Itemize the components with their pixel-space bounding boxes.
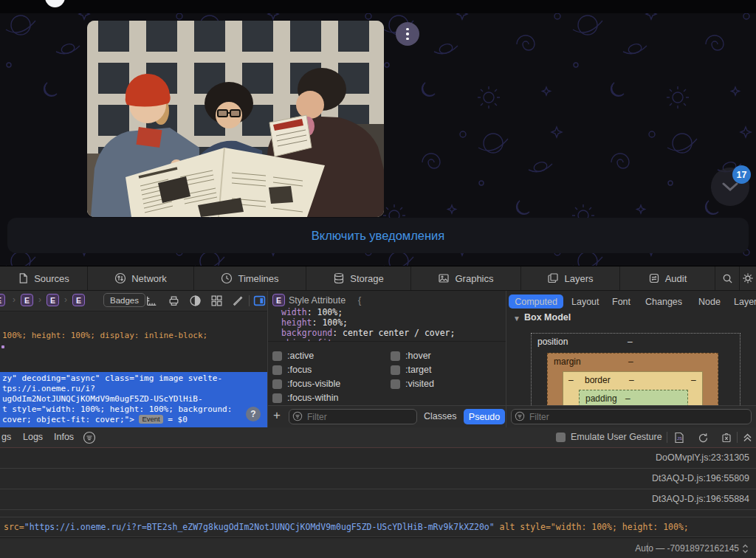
console-area: gs Logs Infos Emulate User Gesture JS Do… bbox=[0, 427, 756, 558]
box-model-margin: margin – – border – – padding – bbox=[547, 353, 718, 405]
js-file-icon[interactable]: JS bbox=[673, 432, 685, 444]
screen: 17 Включить уведомления Sources Network … bbox=[0, 0, 756, 558]
styles-panel-footer: + Classes Pseudo bbox=[268, 405, 506, 427]
browser-top-strip bbox=[0, 0, 756, 13]
element-badge: E bbox=[272, 294, 285, 306]
style-rule-title: Style Attribute bbox=[289, 295, 346, 306]
console-log-row[interactable]: DoOMvplY.js:23:31305 bbox=[0, 448, 756, 469]
breadcrumb-element-badge[interactable]: E bbox=[21, 294, 33, 306]
console-status-bar: Auto — -70918972162145 bbox=[0, 537, 756, 558]
badges-button[interactable]: Badges bbox=[103, 293, 145, 307]
tab-timelines[interactable]: Timelines bbox=[194, 266, 306, 290]
tab-layers2[interactable]: Layers bbox=[734, 294, 756, 309]
dom-tree-panel: 100%; height: 100%; display: inline-bloc… bbox=[0, 311, 267, 427]
pseudo-checkbox-focus-within[interactable] bbox=[272, 393, 282, 403]
breadcrumb-separator: › bbox=[38, 294, 41, 305]
tab-computed[interactable]: Computed bbox=[509, 294, 563, 309]
pseudo-checkbox-active[interactable] bbox=[272, 351, 282, 361]
console-source-link[interactable]: Dt3AQJ-D.js:196:55809 bbox=[652, 473, 749, 483]
chevron-down-icon bbox=[721, 182, 739, 192]
dom-attribute-text: 100%; height: 100%; display: inline-bloc… bbox=[2, 331, 207, 340]
css-property[interactable]: background: center center / cover; bbox=[281, 328, 455, 338]
tab-layers[interactable]: Layers bbox=[521, 266, 620, 290]
enable-notifications-button[interactable]: Включить уведомления bbox=[7, 218, 749, 253]
message-menu-button[interactable] bbox=[396, 22, 419, 46]
console-source-link[interactable]: Dt3AQJ-D.js:196:55884 bbox=[652, 494, 749, 504]
audit-icon bbox=[648, 272, 660, 284]
event-badge[interactable]: Event bbox=[139, 415, 162, 424]
pseudo-checkbox-hover[interactable] bbox=[391, 351, 400, 361]
tab-search[interactable] bbox=[715, 266, 740, 290]
emulate-user-gesture-checkbox[interactable] bbox=[556, 433, 566, 442]
box-model-border: – border – – padding – bbox=[563, 371, 703, 405]
updown-chevron-icon bbox=[742, 544, 749, 554]
styles-panel: E Style Attribute { width: 100%; height:… bbox=[267, 291, 506, 427]
help-icon[interactable]: ? bbox=[246, 407, 261, 421]
refresh-icon[interactable] bbox=[697, 432, 709, 444]
tab-layout[interactable]: Layout bbox=[571, 294, 599, 309]
tab-settings[interactable] bbox=[740, 266, 756, 290]
dom-breadcrumb-toolbar: E › E › E › E Badges bbox=[0, 291, 267, 311]
breadcrumb-element-badge[interactable]: E bbox=[47, 294, 59, 306]
tab-network[interactable]: Network bbox=[88, 266, 194, 290]
console-filter-icon[interactable] bbox=[83, 431, 96, 444]
computed-filter-input[interactable] bbox=[511, 409, 752, 424]
printer-icon[interactable] bbox=[168, 294, 180, 307]
classes-toggle[interactable]: Classes bbox=[424, 411, 456, 421]
svg-text:JS: JS bbox=[677, 436, 682, 441]
toolbar-separator bbox=[737, 432, 738, 443]
disclosure-triangle-icon[interactable]: ▼ bbox=[513, 314, 520, 323]
network-icon bbox=[114, 272, 126, 284]
collapse-console-icon[interactable] bbox=[742, 431, 753, 444]
console-filter-infos[interactable]: Infos bbox=[54, 432, 74, 442]
css-property[interactable]: width: 100%; bbox=[281, 307, 343, 317]
execution-context-selector[interactable]: Auto — -70918972162145 bbox=[635, 543, 749, 554]
grid-icon[interactable] bbox=[210, 294, 223, 307]
pseudo-checkbox-target[interactable] bbox=[391, 365, 400, 375]
paintbrush-icon[interactable] bbox=[231, 294, 244, 307]
console-empty-row bbox=[0, 510, 756, 517]
console-filter-logs[interactable]: Logs bbox=[23, 432, 43, 442]
contrast-icon[interactable] bbox=[189, 294, 202, 307]
web-inspector: Sources Network Timelines Storage Graphi… bbox=[0, 266, 756, 558]
margin-value[interactable]: – bbox=[628, 356, 633, 367]
photo-people-reading-newspaper bbox=[87, 21, 384, 217]
tab-font[interactable]: Font bbox=[612, 294, 630, 309]
breadcrumb-element-badge[interactable]: E bbox=[0, 294, 5, 306]
console-code-row[interactable]: src="https://i.oneme.ru/i?r=BTE2sh_eZW7g… bbox=[0, 517, 756, 537]
tab-audit[interactable]: Audit bbox=[620, 266, 715, 290]
tab-changes[interactable]: Changes bbox=[645, 294, 682, 309]
clock-icon bbox=[221, 272, 233, 284]
console-filter-clipped[interactable]: gs bbox=[1, 432, 11, 442]
console-source-link[interactable]: DoOMvplY.js:23:31305 bbox=[656, 452, 749, 463]
webpage-area: 17 Включить уведомления bbox=[0, 0, 756, 266]
css-property[interactable]: height: 100%; bbox=[281, 317, 348, 328]
tab-node[interactable]: Node bbox=[698, 294, 721, 309]
trash-icon[interactable] bbox=[721, 432, 732, 444]
pseudo-class-section: :active :hover :focus :target :focus-vis… bbox=[268, 341, 506, 405]
tab-storage[interactable]: Storage bbox=[306, 266, 411, 290]
pseudo-checkbox-focus[interactable] bbox=[272, 365, 282, 375]
ruler-icon[interactable] bbox=[145, 294, 158, 307]
padding-value[interactable]: – bbox=[625, 393, 630, 404]
unread-count-badge: 17 bbox=[732, 165, 751, 184]
search-icon bbox=[722, 273, 733, 284]
chat-photo-message[interactable] bbox=[87, 21, 384, 217]
pseudo-toggle[interactable]: Pseudo bbox=[464, 409, 505, 424]
console-log-row[interactable]: Dt3AQJ-D.js:196:55884 bbox=[0, 489, 756, 510]
tab-sources[interactable]: Sources bbox=[0, 266, 88, 290]
breadcrumb-element-badge[interactable]: E bbox=[72, 294, 85, 306]
position-value[interactable]: – bbox=[628, 337, 633, 347]
styles-filter-input[interactable] bbox=[289, 409, 417, 424]
element-selection-icon[interactable] bbox=[253, 294, 266, 307]
toolbar-separator bbox=[249, 295, 250, 306]
pseudo-checkbox-focus-visible[interactable] bbox=[272, 379, 282, 389]
pseudo-checkbox-visited[interactable] bbox=[391, 379, 400, 389]
box-model-position: position – margin – – border – – padding bbox=[531, 333, 740, 405]
breadcrumb-separator: › bbox=[13, 294, 16, 305]
console-log-row[interactable]: Dt3AQJ-D.js:196:55809 bbox=[0, 469, 756, 489]
dom-selected-node[interactable]: zy" decoding="async" class="img image sv… bbox=[0, 372, 267, 427]
breadcrumb-separator: › bbox=[64, 294, 67, 305]
tab-graphics[interactable]: Graphics bbox=[411, 266, 521, 290]
add-rule-button[interactable]: + bbox=[273, 408, 281, 423]
